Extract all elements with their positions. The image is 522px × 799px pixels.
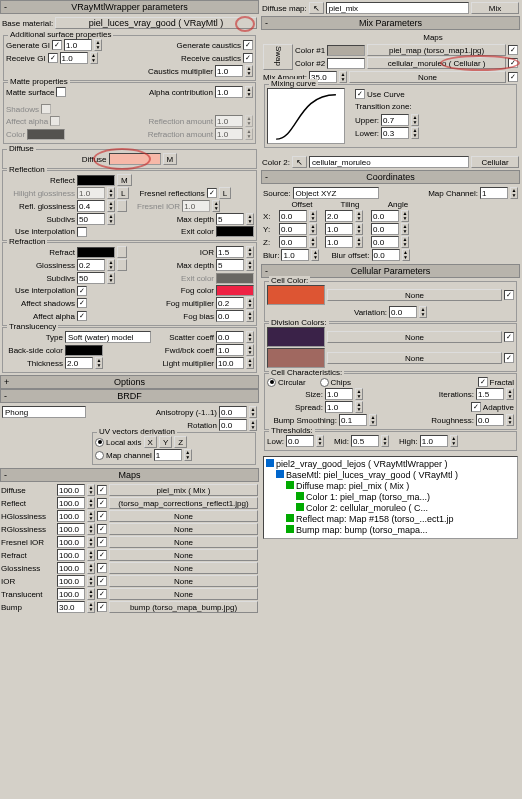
- diffuse-swatch[interactable]: [109, 153, 161, 165]
- spinner[interactable]: ▲▼: [94, 39, 102, 51]
- base-material-button[interactable]: piel_luces_vray_good ( VRayMtl ): [55, 17, 257, 29]
- use-interp-check[interactable]: [77, 227, 87, 237]
- diffuse-map-type[interactable]: Mix: [471, 2, 519, 14]
- subdivs-value[interactable]: 50: [77, 213, 105, 225]
- adaptive-check[interactable]: [471, 402, 481, 412]
- div-color1-swatch[interactable]: [267, 327, 325, 347]
- map-row-value[interactable]: 100.0: [57, 484, 85, 496]
- mix-params-header[interactable]: -Mix Parameters: [261, 16, 520, 30]
- map-row-button[interactable]: None: [109, 536, 258, 548]
- color1-swatch[interactable]: [327, 45, 365, 56]
- use-curve-check[interactable]: [355, 89, 365, 99]
- color2-swatch[interactable]: [327, 58, 365, 69]
- cell-color-swatch[interactable]: [267, 285, 325, 305]
- generate-gi-value[interactable]: 1.0: [64, 39, 92, 51]
- axis-z-btn[interactable]: Z: [174, 436, 187, 448]
- map-row-button[interactable]: None: [109, 549, 258, 561]
- map-row-check[interactable]: [97, 524, 107, 534]
- reflect-map-btn[interactable]: M: [117, 174, 132, 186]
- type-select[interactable]: Soft (water) model: [65, 331, 151, 343]
- refract-swatch[interactable]: [77, 247, 115, 258]
- map-channel-radio[interactable]: [95, 451, 104, 460]
- map-row-button[interactable]: None: [109, 523, 258, 535]
- map-row-check[interactable]: [97, 537, 107, 547]
- map-row-value[interactable]: 100.0: [57, 497, 85, 509]
- axis-x-btn[interactable]: X: [144, 436, 157, 448]
- diffuse-map-button[interactable]: M: [163, 153, 178, 165]
- backside-swatch[interactable]: [65, 345, 103, 356]
- map-row-value[interactable]: 100.0: [57, 549, 85, 561]
- map-row-button[interactable]: None: [109, 588, 258, 600]
- map-row-check[interactable]: [97, 550, 107, 560]
- tree-node[interactable]: BaseMtl: piel_luces_vray_good ( VRayMtl …: [286, 470, 458, 480]
- alpha-contrib-value[interactable]: 1.0: [215, 86, 243, 98]
- map-row-value[interactable]: 100.0: [57, 575, 85, 587]
- refl-gloss-value[interactable]: 0.4: [77, 200, 105, 212]
- map-row-button[interactable]: None: [109, 562, 258, 574]
- map-row-check[interactable]: [97, 498, 107, 508]
- map-row-value[interactable]: 100.0: [57, 562, 85, 574]
- fog-color-swatch[interactable]: [216, 285, 254, 296]
- map-row-check[interactable]: [97, 485, 107, 495]
- pick-icon[interactable]: ↖: [309, 2, 324, 14]
- vraymtlwrapper-header[interactable]: -VRayMtlWrapper parameters: [0, 0, 259, 14]
- lock-btn[interactable]: L: [117, 187, 129, 199]
- tree-node[interactable]: Color 1: piel_map (torso_ma...): [306, 492, 430, 502]
- map-row-check[interactable]: [97, 511, 107, 521]
- tree-node[interactable]: piel2_vray_good_lejos ( VRayMtlWrapper ): [276, 459, 447, 469]
- local-axis-radio[interactable]: [95, 438, 104, 447]
- generate-caustics-check[interactable]: [243, 40, 253, 50]
- source-select[interactable]: Object XYZ: [293, 187, 379, 199]
- axis-y-btn[interactable]: Y: [159, 436, 172, 448]
- chips-radio[interactable]: [320, 378, 329, 387]
- generate-gi-check[interactable]: [52, 40, 62, 50]
- map-row-label: Bump: [1, 603, 55, 612]
- fresnel-check[interactable]: [207, 188, 217, 198]
- map-row-button[interactable]: None: [109, 510, 258, 522]
- brdf-select[interactable]: Phong: [2, 406, 86, 418]
- map-row-button[interactable]: None: [109, 575, 258, 587]
- options-header[interactable]: +Options: [0, 375, 259, 389]
- tree-node[interactable]: Diffuse map: piel_mix ( Mix ): [296, 481, 409, 491]
- color2-name-field[interactable]: cellular_moruleo: [309, 156, 469, 168]
- brdf-header[interactable]: -BRDF: [0, 389, 259, 403]
- map-row-check[interactable]: [97, 576, 107, 586]
- diffuse-map-name[interactable]: piel_mix: [326, 2, 469, 14]
- map-row-check[interactable]: [97, 563, 107, 573]
- mix-map-btn[interactable]: None: [349, 71, 506, 83]
- tree-node[interactable]: Bump map: bump (torso_mapa...: [296, 525, 428, 535]
- tree-node[interactable]: Color 2: cellular_moruleo ( C...: [306, 503, 428, 513]
- coords-header[interactable]: -Coordinates: [261, 170, 520, 184]
- color2-map-btn[interactable]: cellular_moruleo ( Cellular ): [367, 57, 506, 69]
- fractal-check[interactable]: [478, 377, 488, 387]
- map-row-button[interactable]: piel_mix ( Mix ): [109, 484, 258, 496]
- receive-caustics-check[interactable]: [243, 53, 253, 63]
- tree-node[interactable]: Reflect map: Map #158 (torso_...ect1.jp: [296, 514, 454, 524]
- color2-type-btn[interactable]: Cellular: [471, 156, 519, 168]
- map-row-value[interactable]: 100.0: [57, 523, 85, 535]
- swap-button[interactable]: Swap: [263, 44, 293, 70]
- color1-map-btn[interactable]: piel_map (torso_map1.jpg): [367, 44, 506, 56]
- map-row-button[interactable]: bump (torso_mapa_bump.jpg): [109, 601, 258, 613]
- map-row-value[interactable]: 100.0: [57, 536, 85, 548]
- map-row-button[interactable]: (torso_map_corrections_reflect1.jpg): [109, 497, 258, 509]
- map-row-value[interactable]: 100.0: [57, 510, 85, 522]
- cell-color-map-btn[interactable]: None: [327, 289, 502, 301]
- material-tree[interactable]: piel2_vray_good_lejos ( VRayMtlWrapper )…: [263, 456, 518, 539]
- map-row-value[interactable]: 100.0: [57, 588, 85, 600]
- map-row-check[interactable]: [97, 589, 107, 599]
- receive-gi-value[interactable]: 1.0: [60, 52, 88, 64]
- div-color2-swatch[interactable]: [267, 348, 325, 368]
- map-row-value[interactable]: 30.0: [57, 601, 85, 613]
- map-row-check[interactable]: [97, 602, 107, 612]
- exit-color-swatch[interactable]: [216, 226, 254, 237]
- maps-header[interactable]: -Maps: [0, 468, 259, 482]
- circular-radio[interactable]: [267, 378, 276, 387]
- map-row-label: IOR: [1, 577, 55, 586]
- caustics-mult-value[interactable]: 1.0: [215, 65, 243, 77]
- matte-surface-check[interactable]: [56, 87, 66, 97]
- reflect-swatch[interactable]: [77, 175, 115, 186]
- pick-icon[interactable]: ↖: [292, 156, 307, 168]
- receive-gi-check[interactable]: [48, 53, 58, 63]
- reflection-title: Reflection: [7, 165, 47, 174]
